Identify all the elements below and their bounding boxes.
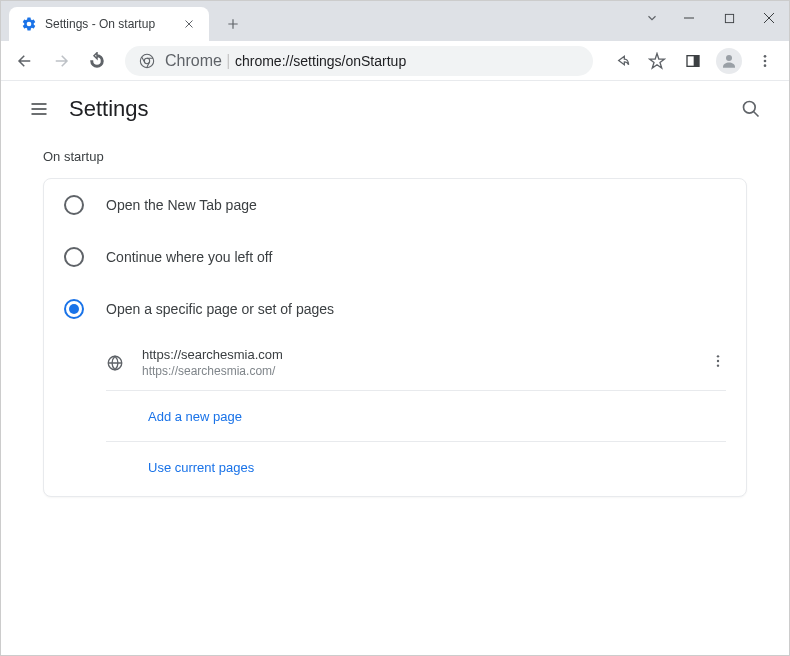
radio-icon[interactable] xyxy=(64,299,84,319)
page-entry-url: https://searchesmia.com/ xyxy=(142,364,692,378)
reload-button[interactable] xyxy=(81,45,113,77)
svg-point-13 xyxy=(717,364,719,366)
svg-point-7 xyxy=(764,59,767,62)
svg-point-11 xyxy=(717,355,719,357)
side-panel-icon[interactable] xyxy=(677,45,709,77)
svg-point-6 xyxy=(764,55,767,58)
option-new-tab[interactable]: Open the New Tab page xyxy=(44,179,746,231)
pages-section: https://searchesmia.com https://searches… xyxy=(44,335,746,496)
radio-icon[interactable] xyxy=(64,195,84,215)
bookmark-icon[interactable] xyxy=(641,45,673,77)
svg-rect-0 xyxy=(725,14,733,22)
new-tab-button[interactable] xyxy=(219,10,247,38)
profile-button[interactable] xyxy=(713,45,745,77)
forward-button xyxy=(45,45,77,77)
option-label: Open the New Tab page xyxy=(106,197,257,213)
more-actions-button[interactable] xyxy=(710,353,726,373)
page-texts: https://searchesmia.com https://searches… xyxy=(142,347,692,378)
hamburger-menu-button[interactable] xyxy=(19,89,59,129)
avatar-icon xyxy=(716,48,742,74)
page-title: Settings xyxy=(69,96,149,122)
gear-icon xyxy=(21,16,37,32)
tab-title: Settings - On startup xyxy=(45,17,173,31)
settings-header: Settings xyxy=(1,81,789,137)
option-specific-pages[interactable]: Open a specific page or set of pages xyxy=(44,283,746,335)
maximize-button[interactable] xyxy=(709,3,749,33)
share-icon[interactable] xyxy=(605,45,637,77)
startup-page-entry: https://searchesmia.com https://searches… xyxy=(106,335,726,391)
toolbar-actions xyxy=(605,45,781,77)
close-tab-icon[interactable] xyxy=(181,16,197,32)
omnibox[interactable]: Chrome | chrome://settings/onStartup xyxy=(125,46,593,76)
close-window-button[interactable] xyxy=(749,3,789,33)
svg-point-5 xyxy=(726,55,732,61)
option-continue[interactable]: Continue where you left off xyxy=(44,231,746,283)
browser-toolbar: Chrome | chrome://settings/onStartup xyxy=(1,41,789,81)
globe-icon xyxy=(106,354,124,372)
add-page-row[interactable]: Add a new page xyxy=(106,391,726,441)
chrome-icon xyxy=(139,53,155,69)
section-title: On startup xyxy=(43,149,747,164)
window-controls xyxy=(635,1,789,35)
browser-tab[interactable]: Settings - On startup xyxy=(9,7,209,41)
startup-card: Open the New Tab page Continue where you… xyxy=(43,178,747,497)
option-label: Open a specific page or set of pages xyxy=(106,301,334,317)
use-current-link[interactable]: Use current pages xyxy=(148,460,254,475)
omnibox-text: Chrome | chrome://settings/onStartup xyxy=(165,52,406,70)
svg-point-1 xyxy=(140,54,153,67)
svg-point-9 xyxy=(744,102,756,114)
browser-titlebar: Settings - On startup xyxy=(1,1,789,41)
back-button[interactable] xyxy=(9,45,41,77)
minimize-button[interactable] xyxy=(669,3,709,33)
svg-point-8 xyxy=(764,64,767,67)
menu-icon[interactable] xyxy=(749,45,781,77)
svg-point-12 xyxy=(717,359,719,361)
svg-rect-4 xyxy=(694,55,699,66)
settings-content: On startup Open the New Tab page Continu… xyxy=(1,137,789,497)
search-button[interactable] xyxy=(731,89,771,129)
page-entry-title: https://searchesmia.com xyxy=(142,347,692,362)
option-label: Continue where you left off xyxy=(106,249,272,265)
radio-icon[interactable] xyxy=(64,247,84,267)
use-current-row[interactable]: Use current pages xyxy=(106,441,726,492)
chevron-down-icon[interactable] xyxy=(635,11,669,25)
add-page-link[interactable]: Add a new page xyxy=(148,409,242,424)
